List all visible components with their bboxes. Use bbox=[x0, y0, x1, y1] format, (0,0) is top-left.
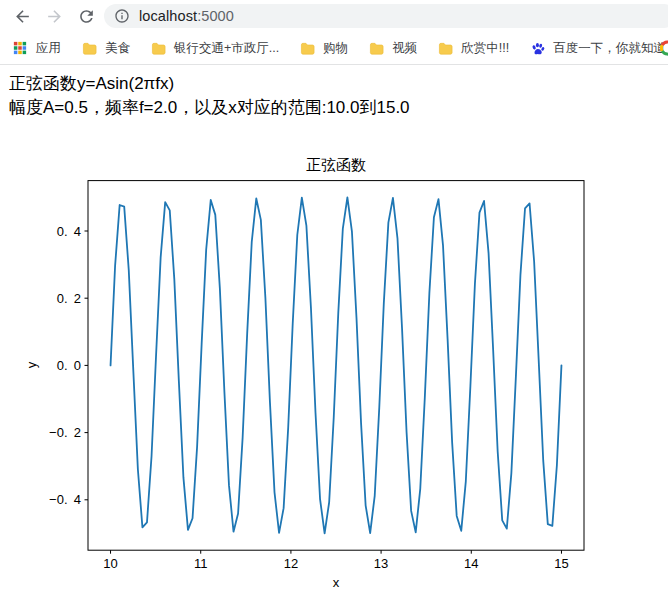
address-bar[interactable]: localhost:5000 bbox=[104, 4, 668, 28]
forward-arrow-icon bbox=[45, 7, 64, 26]
url-text: localhost:5000 bbox=[139, 8, 234, 24]
site-info-icon[interactable] bbox=[114, 8, 130, 24]
page-content: 正弦函数y=Asin(2πfx) 幅度A=0.5，频率f=2.0，以及x对应的范… bbox=[0, 65, 668, 596]
chart-title: 正弦函数 bbox=[306, 156, 366, 173]
x-tick-label: 14 bbox=[464, 556, 478, 571]
y-tick-label: 0. 4 bbox=[57, 224, 81, 239]
forward-button[interactable] bbox=[41, 3, 67, 29]
chart-plot-area: 1011121314150. 40. 20. 0−0. 2−0. 4 bbox=[49, 181, 584, 572]
apps-grid-icon bbox=[13, 40, 29, 56]
bookmark-label: 欣赏中!!! bbox=[461, 40, 509, 57]
folder-icon bbox=[300, 40, 316, 56]
bookmark-label: 视频 bbox=[392, 40, 417, 57]
folder-icon bbox=[438, 40, 454, 56]
folder-icon bbox=[82, 40, 98, 56]
x-tick-label: 11 bbox=[194, 556, 208, 571]
bookmark-folder-food[interactable]: 美食 bbox=[82, 40, 130, 57]
params-text: 幅度A=0.5，频率f=2.0，以及x对应的范围:10.0到15.0 bbox=[9, 96, 668, 120]
sine-plot-figure: 正弦函数 x y 1011121314150. 40. 20. 0−0. 2−0… bbox=[8, 123, 648, 596]
url-host: localhost bbox=[139, 8, 197, 24]
bookmark-label: 应用 bbox=[36, 40, 61, 57]
url-port: :5000 bbox=[197, 8, 234, 24]
x-tick-label: 13 bbox=[374, 556, 388, 571]
y-tick-label: 0. 2 bbox=[57, 291, 81, 306]
bookmark-label: 美食 bbox=[105, 40, 130, 57]
bookmark-baidu[interactable]: 百度一下，你就知道 bbox=[530, 40, 666, 57]
bookmark-label: 百度一下，你就知道 bbox=[553, 40, 666, 57]
bookmark-folder-video[interactable]: 视频 bbox=[369, 40, 417, 57]
y-tick-label: 0. 0 bbox=[57, 358, 81, 373]
chart-xlabel: x bbox=[333, 575, 340, 590]
refresh-button[interactable] bbox=[73, 3, 99, 29]
bookmark-folder-bank[interactable]: 银行交通+市政厅... bbox=[151, 40, 279, 57]
back-button[interactable] bbox=[9, 3, 35, 29]
google-favicon-partial[interactable] bbox=[659, 40, 668, 56]
browser-window: localhost:5000 应用 美食 银行交通+市政厅... bbox=[0, 0, 668, 65]
bookmarks-bar: 应用 美食 银行交通+市政厅... 购物 视频 bbox=[0, 32, 668, 65]
folder-icon bbox=[151, 40, 167, 56]
browser-toolbar: localhost:5000 bbox=[0, 0, 668, 32]
folder-icon bbox=[369, 40, 385, 56]
sine-curve bbox=[111, 197, 562, 533]
bookmark-label: 购物 bbox=[323, 40, 348, 57]
x-tick-label: 15 bbox=[554, 556, 568, 571]
baidu-paw-icon bbox=[530, 40, 546, 56]
x-tick-label: 12 bbox=[284, 556, 298, 571]
refresh-icon bbox=[77, 7, 96, 26]
bookmark-apps[interactable]: 应用 bbox=[13, 40, 61, 57]
formula-text: 正弦函数y=Asin(2πfx) bbox=[9, 65, 668, 96]
bookmark-folder-shopping[interactable]: 购物 bbox=[300, 40, 348, 57]
bookmark-label: 银行交通+市政厅... bbox=[174, 40, 279, 57]
x-tick-label: 10 bbox=[103, 556, 117, 571]
back-arrow-icon bbox=[13, 7, 32, 26]
bookmark-folder-enjoying[interactable]: 欣赏中!!! bbox=[438, 40, 509, 57]
y-tick-label: −0. 4 bbox=[49, 492, 81, 507]
chart-ylabel: y bbox=[24, 361, 39, 368]
y-tick-label: −0. 2 bbox=[49, 425, 81, 440]
